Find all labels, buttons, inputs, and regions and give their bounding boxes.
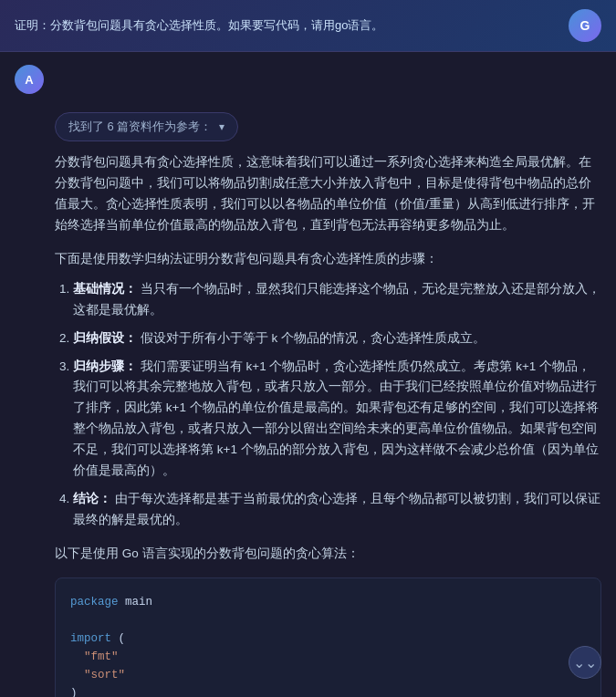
chevron-double-down-icon: ⌄⌄ — [573, 654, 597, 671]
references-label: 找到了 6 篇资料作为参考： — [68, 119, 212, 135]
list-item-text-2: 假设对于所有小于等于 k 个物品的情况，贪心选择性质成立。 — [141, 331, 485, 345]
message-row: A — [0, 52, 616, 105]
list-item-label-1: 基础情况： — [73, 282, 137, 296]
code-preamble: 以下是使用 Go 语言实现的分数背包问题的贪心算法： — [55, 544, 601, 565]
content-area: 分数背包问题具有贪心选择性质，这意味着我们可以通过一系列贪心选择来构造全局最优解… — [0, 145, 616, 697]
list-item-text-3: 我们需要证明当有 k+1 个物品时，贪心选择性质仍然成立。考虑第 k+1 个物品… — [73, 359, 599, 478]
list-item-text-1: 当只有一个物品时，显然我们只能选择这个物品，无论是完整放入还是部分放入，这都是最… — [73, 282, 600, 317]
list-item: 基础情况： 当只有一个物品时，显然我们只能选择这个物品，无论是完整放入还是部分放… — [73, 279, 601, 321]
list-item-text-4: 由于每次选择都是基于当前最优的贪心选择，且每个物品都可以被切割，我们可以保证最终… — [73, 492, 600, 526]
proof-steps-list: 基础情况： 当只有一个物品时，显然我们只能选择这个物品，无论是完整放入还是部分放… — [55, 279, 601, 531]
code-import-paren-close: ) — [70, 687, 78, 697]
list-item: 归纳步骤： 我们需要证明当有 k+1 个物品时，贪心选择性质仍然成立。考虑第 k… — [73, 357, 601, 483]
main-container: A 找到了 6 篇资料作为参考： ▾ 分数背包问题具有贪心选择性质，这意味着我们… — [0, 52, 616, 697]
chevron-down-icon: ▾ — [219, 120, 224, 133]
references-bar[interactable]: 找到了 6 篇资料作为参考： ▾ — [55, 112, 238, 141]
code-import-paren-open: ( — [119, 632, 126, 645]
top-bar: 证明：分数背包问题具有贪心选择性质。如果要写代码，请用go语言。 G — [0, 0, 616, 52]
top-bar-message: 证明：分数背包问题具有贪心选择性质。如果要写代码，请用go语言。 — [15, 17, 558, 34]
paragraph-1: 分数背包问题具有贪心选择性质，这意味着我们可以通过一系列贪心选择来构造全局最优解… — [55, 152, 601, 236]
code-keyword-import: import — [70, 632, 111, 645]
list-item-label-4: 结论： — [73, 492, 111, 505]
code-package-name: main — [125, 596, 152, 609]
top-bar-avatar: G — [569, 9, 601, 42]
list-item-label-3: 归纳步骤： — [73, 359, 137, 373]
list-item: 结论： 由于每次选择都是基于当前最优的贪心选择，且每个物品都可以被切割，我们可以… — [73, 489, 601, 531]
list-item-label-2: 归纳假设： — [73, 331, 137, 345]
code-import-fmt: "fmt" — [84, 650, 119, 663]
code-block: package main import ( "fmt" "sort" ) typ… — [55, 577, 601, 697]
code-import-sort: "sort" — [84, 669, 125, 681]
scroll-to-bottom-button[interactable]: ⌄⌄ — [569, 646, 601, 679]
list-item: 归纳假设： 假设对于所有小于等于 k 个物品的情况，贪心选择性质成立。 — [73, 328, 601, 349]
code-keyword-package: package — [70, 596, 119, 609]
section-title: 下面是使用数学归纳法证明分数背包问题具有贪心选择性质的步骤： — [55, 249, 601, 270]
avatar: A — [15, 65, 44, 94]
